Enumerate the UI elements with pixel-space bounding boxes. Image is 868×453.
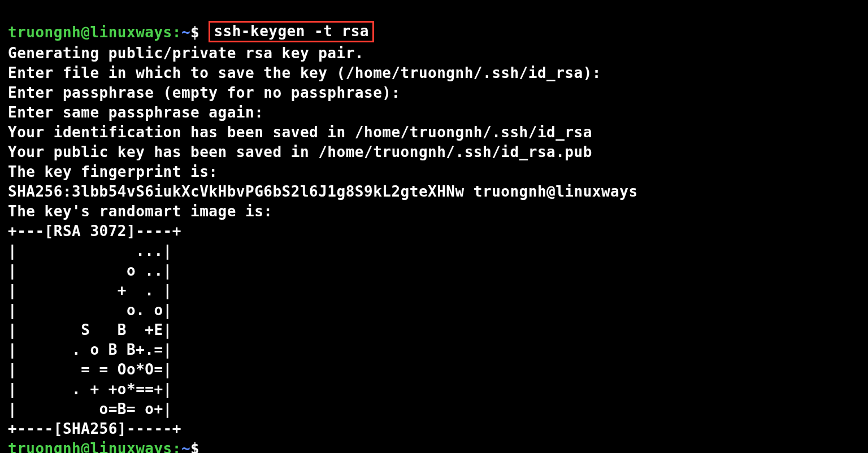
randomart-line: +----[SHA256]-----+ — [8, 420, 181, 437]
randomart-line: | o=B= o+| — [8, 400, 172, 417]
prompt-dollar: $ — [190, 24, 199, 41]
prompt-user: truongnh@linuxways — [8, 24, 172, 41]
output-line: The key's randomart image is: — [8, 203, 272, 220]
output-line: Enter same passphrase again: — [8, 104, 263, 121]
output-line: Enter passphrase (empty for no passphras… — [8, 84, 401, 101]
randomart-line: +---[RSA 3072]----+ — [8, 223, 181, 239]
prompt-path: ~ — [181, 24, 190, 41]
randomart-line: | S B +E| — [8, 321, 172, 338]
randomart-line: | = = Oo*O=| — [8, 361, 172, 378]
randomart-line: | o. o| — [8, 302, 172, 319]
randomart-line: | o ..| — [8, 262, 172, 279]
prompt-path: ~ — [181, 440, 190, 453]
prompt-line-1: truongnh@linuxways:~$ ssh-keygen -t rsa — [8, 24, 374, 41]
command-highlight-box: ssh-keygen -t rsa — [209, 21, 374, 42]
output-line: SHA256:3lbb54vS6iukXcVkHbvPG6bS2l6J1g8S9… — [8, 183, 638, 200]
prompt-dollar: $ — [190, 440, 199, 453]
command-text: ssh-keygen -t rsa — [214, 23, 369, 40]
output-line: The key fingerprint is: — [8, 163, 218, 180]
output-line: Generating public/private rsa key pair. — [8, 45, 364, 62]
output-line: Enter file in which to save the key (/ho… — [8, 64, 601, 81]
randomart-line: | ...| — [8, 242, 172, 259]
terminal-output[interactable]: truongnh@linuxways:~$ ssh-keygen -t rsa … — [0, 0, 868, 453]
prompt-sep: : — [172, 24, 181, 41]
randomart-line: | + . | — [8, 282, 172, 299]
prompt-user: truongnh@linuxways — [8, 440, 172, 453]
output-line: Your identification has been saved in /h… — [8, 124, 592, 141]
randomart-line: | . + +o*==+| — [8, 381, 172, 398]
prompt-line-2[interactable]: truongnh@linuxways:~$ — [8, 440, 199, 453]
randomart-line: | . o B B+.=| — [8, 341, 172, 358]
output-line: Your public key has been saved in /home/… — [8, 143, 592, 160]
prompt-sep: : — [172, 440, 181, 453]
